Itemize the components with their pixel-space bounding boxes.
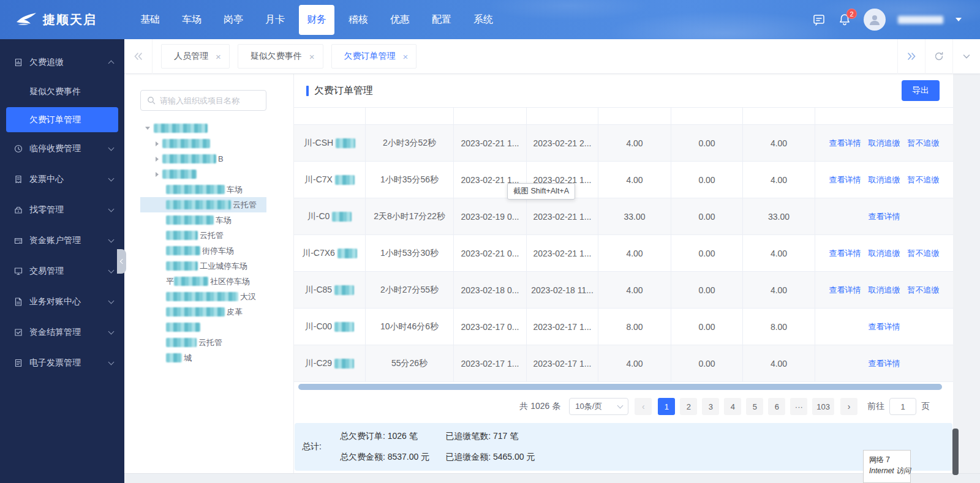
page-button-6[interactable]: 6	[768, 398, 785, 415]
notification-bell-icon[interactable]: 2	[838, 13, 851, 26]
sidebar-item-交易管理[interactable]: 交易管理	[0, 256, 124, 286]
tree-node[interactable]: 云托管	[140, 197, 266, 212]
pagination-ellipsis[interactable]: ···	[790, 398, 807, 415]
nav-item-8[interactable]: 配置	[424, 7, 459, 33]
tree-caret-icon[interactable]	[145, 127, 150, 130]
tab-label: 欠费订单管理	[344, 51, 396, 62]
tab-menu-caret-icon[interactable]	[952, 39, 980, 74]
view-detail-link[interactable]: 查看详情	[829, 248, 861, 259]
export-button[interactable]: 导出	[902, 80, 940, 101]
tree-node[interactable]: 城	[140, 350, 266, 365]
sidebar-item-找零管理[interactable]: 找零管理	[0, 195, 124, 225]
refresh-icon[interactable]	[925, 39, 952, 74]
prev-page-button[interactable]: ‹	[635, 398, 652, 415]
defer-pursue-link[interactable]: 暂不追缴	[908, 285, 940, 296]
tree-node[interactable]: 平社区停车场	[140, 274, 266, 289]
tree-node[interactable]: 工业城停车场	[140, 258, 266, 274]
page-button-103[interactable]: 103	[812, 398, 834, 415]
nav-item-3[interactable]: 岗亭	[216, 7, 251, 33]
tab-scroll-right-icon[interactable]	[897, 39, 925, 74]
sidebar-item-欠费追缴[interactable]: 欠费追缴	[0, 47, 124, 78]
user-avatar[interactable]	[864, 9, 886, 31]
sidebar-subitem-疑似欠费事件[interactable]: 疑似欠费事件	[0, 78, 124, 106]
chevron-down-icon	[108, 145, 115, 151]
tree-caret-icon[interactable]	[156, 157, 159, 162]
nav-item-5[interactable]: 财务	[299, 5, 334, 35]
page-button-1[interactable]: 1	[658, 398, 675, 415]
nav-item-7[interactable]: 优惠	[382, 7, 418, 33]
nav-item-2[interactable]: 车场	[174, 7, 209, 33]
tree-node[interactable]: 云托管	[140, 335, 266, 350]
user-menu-caret-icon[interactable]	[956, 18, 962, 21]
view-detail-link[interactable]: 查看详情	[869, 321, 900, 332]
sidebar-item-电子发票管理[interactable]: 电子发票管理	[0, 348, 124, 378]
plate-redacted	[335, 175, 355, 185]
message-icon[interactable]	[812, 13, 826, 26]
goto-page-input[interactable]	[889, 398, 916, 415]
defer-pursue-link[interactable]: 暂不追缴	[908, 138, 940, 149]
table-cell: 2023-02-18 0...	[454, 272, 527, 308]
tree-node[interactable]: 车场	[140, 212, 266, 228]
org-tree: B车场云托管车场云托管街停车场工业城停车场平社区停车场大汉皮革云托管城	[140, 121, 266, 365]
vertical-scrollbar[interactable]	[952, 429, 959, 475]
chevron-down-icon	[108, 206, 115, 212]
cancel-pursue-link[interactable]: 取消追缴	[869, 174, 900, 185]
page-button-3[interactable]: 3	[702, 398, 719, 415]
view-detail-link[interactable]: 查看详情	[829, 138, 861, 149]
org-search-input[interactable]	[160, 96, 260, 105]
sidebar-menu: 欠费追缴疑似欠费事件欠费订单管理临停收费管理发票中心找零管理资金账户管理交易管理…	[0, 47, 124, 378]
tree-caret-icon[interactable]	[156, 172, 159, 177]
tree-node[interactable]: 车场	[140, 182, 266, 197]
sidebar-item-业务对账中心[interactable]: 业务对账中心	[0, 286, 124, 317]
tree-node[interactable]	[140, 320, 266, 335]
sidebar-item-临停收费管理[interactable]: 临停收费管理	[0, 133, 124, 164]
table-cell: 4.00	[598, 272, 671, 308]
sidebar-item-发票中心[interactable]: 发票中心	[0, 164, 124, 195]
tree-node[interactable]: 街停车场	[140, 243, 266, 258]
table-cell: 川-C7X	[294, 162, 366, 198]
tree-node[interactable]: 云托管	[140, 228, 266, 243]
tab-人员管理[interactable]: 人员管理×	[161, 44, 230, 69]
defer-pursue-link[interactable]: 暂不追缴	[908, 248, 940, 259]
view-detail-link[interactable]: 查看详情	[869, 211, 900, 222]
next-page-button[interactable]: ›	[840, 398, 858, 415]
tree-node[interactable]	[140, 167, 266, 182]
notification-badge: 2	[846, 9, 857, 19]
header-right: 2	[812, 9, 980, 31]
sidebar-collapse-handle[interactable]	[117, 249, 126, 274]
sidebar-item-资金账户管理[interactable]: 资金账户管理	[0, 225, 124, 256]
top-nav: 基础车场岗亭月卡财务稽核优惠配置系统	[132, 0, 501, 39]
horizontal-scrollbar[interactable]	[298, 384, 942, 390]
cancel-pursue-link[interactable]: 取消追缴	[869, 285, 900, 296]
view-detail-link[interactable]: 查看详情	[829, 285, 861, 296]
tree-node[interactable]: 大汉	[140, 289, 266, 304]
page-button-2[interactable]: 2	[680, 398, 697, 415]
page-button-5[interactable]: 5	[746, 398, 763, 415]
tab-close-icon[interactable]: ×	[216, 52, 221, 61]
view-detail-link[interactable]: 查看详情	[869, 358, 900, 369]
nav-item-4[interactable]: 月卡	[257, 7, 293, 33]
tab-close-icon[interactable]: ×	[403, 52, 409, 61]
tree-node[interactable]: 皮革	[140, 304, 266, 320]
tree-node[interactable]	[140, 121, 266, 136]
sidebar-subitem-欠费订单管理[interactable]: 欠费订单管理	[6, 107, 118, 132]
sidebar-item-资金结算管理[interactable]: 资金结算管理	[0, 317, 124, 348]
cancel-pursue-link[interactable]: 取消追缴	[869, 248, 900, 259]
tab-close-icon[interactable]: ×	[309, 52, 315, 61]
view-detail-link[interactable]: 查看详情	[829, 174, 861, 185]
tree-caret-icon[interactable]	[156, 141, 159, 146]
page-size-select[interactable]: 10条/页	[569, 398, 628, 415]
table-header-cell	[671, 108, 743, 124]
nav-item-1[interactable]: 基础	[132, 7, 168, 33]
tab-疑似欠费事件[interactable]: 疑似欠费事件×	[238, 44, 323, 69]
defer-pursue-link[interactable]: 暂不追缴	[908, 174, 940, 185]
tree-node[interactable]	[140, 136, 266, 151]
nav-item-6[interactable]: 稽核	[341, 7, 376, 33]
page-button-4[interactable]: 4	[724, 398, 741, 415]
table-cell: 10小时46分6秒	[366, 309, 454, 345]
cancel-pursue-link[interactable]: 取消追缴	[869, 138, 900, 149]
tree-node[interactable]: B	[140, 151, 266, 167]
tab-scroll-left-icon[interactable]	[124, 39, 153, 74]
tab-欠费订单管理[interactable]: 欠费订单管理×	[331, 44, 417, 69]
nav-item-9[interactable]: 系统	[466, 7, 501, 33]
